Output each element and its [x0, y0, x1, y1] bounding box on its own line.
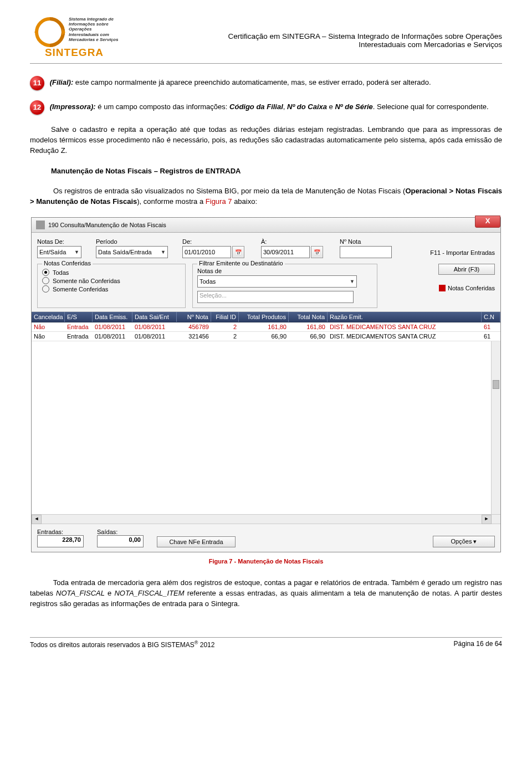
legend-notas-conferidas: Notas Conferidas — [439, 285, 495, 291]
grid-header: Cancelada E/S Data Emiss. Data Sai/Ent N… — [32, 312, 500, 322]
window-icon — [36, 221, 45, 229]
page-header: Sistema Integrado de Informações sobre O… — [30, 17, 502, 64]
col-razao-emit[interactable]: Razão Emit. — [328, 312, 482, 322]
combo-notas-de[interactable]: Ent/Saída▼ — [37, 246, 81, 258]
heading-manutencao: Manutenção de Notas Fiscais – Registros … — [30, 166, 502, 177]
para-final: Toda entrada de mercadoria gera além dos… — [30, 578, 502, 609]
value-entradas: 228,70 — [37, 535, 84, 547]
input-selecao[interactable]: Seleção... — [197, 291, 354, 303]
badge-11-icon: 11 — [30, 76, 44, 90]
input-n-nota[interactable] — [340, 246, 392, 258]
fieldset-notas-conferidas: Notas Conferidas Todas Somente não Confe… — [37, 264, 186, 308]
label-notas-de2: Notas de — [197, 268, 372, 274]
calendar-de-button[interactable]: 📅 — [232, 246, 244, 258]
combo-periodo[interactable]: Data Saída/Entrada▼ — [96, 246, 168, 258]
filter-panel: Notas De: Ent/Saída▼ Período Data Saída/… — [32, 233, 500, 312]
col-cnpj[interactable]: C.N — [482, 312, 500, 322]
col-n-nota[interactable]: Nº Nota — [177, 312, 211, 322]
col-data-emiss[interactable]: Data Emiss. — [93, 312, 132, 322]
footer-right: Página 16 de 64 — [454, 640, 502, 649]
label-saidas: Saídas: — [97, 529, 144, 535]
calendar-a-button[interactable]: 📅 — [311, 246, 323, 258]
para-salve: Salve o cadastro e repita a operação até… — [30, 125, 502, 156]
table-row[interactable]: NãoEntrada01/08/201101/08/2011321456266,… — [32, 332, 500, 341]
label-notas-de: Notas De: — [37, 238, 81, 245]
opcoes-button[interactable]: Opções ▾ — [433, 536, 495, 547]
scroll-left-icon[interactable]: ◄ — [32, 515, 42, 524]
col-data-sai-ent[interactable]: Data Sai/Ent — [132, 312, 177, 322]
chevron-down-icon: ▼ — [72, 249, 79, 255]
col-total-nota[interactable]: Total Nota — [289, 312, 328, 322]
footer-bar: Entradas: 228,70 Saídas: 0,00 Chave NFe … — [32, 524, 500, 552]
para-impressora: 12 (Impressora): é um campo composto das… — [30, 100, 502, 115]
scroll-right-icon[interactable]: ► — [482, 515, 492, 524]
abrir-button[interactable]: Abrir (F3) — [438, 264, 495, 275]
para-registros: Os registros de entrada são visualizados… — [30, 186, 502, 207]
horizontal-scrollbar[interactable]: ◄ ► — [32, 514, 500, 524]
chevron-down-icon: ▼ — [158, 249, 166, 255]
col-cancelada[interactable]: Cancelada — [32, 312, 65, 322]
para-filial: 11 (Filial): este campo normalmente já a… — [30, 76, 502, 90]
figure-caption: Figura 7 - Manutenção de Notas Fiscais — [30, 558, 502, 565]
value-saidas: 0,00 — [97, 535, 144, 547]
window-title: 190 Consulta/Manutenção de Notas Fiscais — [48, 222, 166, 228]
table-row[interactable]: NãoEntrada01/08/201101/08/20114567892161… — [32, 322, 500, 332]
close-button[interactable]: X — [475, 216, 500, 228]
fieldset-filtrar: Filtrar Emitente ou Destinatário Notas d… — [192, 264, 377, 308]
sintegra-logo-icon — [34, 17, 65, 48]
data-grid: Cancelada E/S Data Emiss. Data Sai/Ent N… — [32, 312, 500, 524]
label-entradas: Entradas: — [37, 529, 84, 535]
label-n-nota: Nº Nota — [340, 238, 390, 245]
header-title: Certificação em SINTEGRA – Sistema Integ… — [126, 17, 502, 49]
chevron-down-icon: ▼ — [347, 279, 355, 284]
label-a: À: — [261, 238, 325, 245]
badge-12-icon: 12 — [30, 100, 44, 115]
calendar-icon: 📅 — [235, 249, 242, 255]
logo-subtitle: Sistema Integrado de Informações sobre O… — [69, 17, 119, 42]
titlebar: 190 Consulta/Manutenção de Notas Fiscais… — [32, 218, 500, 233]
vertical-scrollbar[interactable] — [491, 341, 500, 514]
col-es[interactable]: E/S — [65, 312, 93, 322]
radio-nao-conferidas[interactable]: Somente não Conferidas — [42, 277, 181, 284]
red-square-icon — [439, 285, 446, 291]
label-de: De: — [182, 238, 247, 245]
grid-empty-area — [32, 341, 500, 514]
logo-name: SINTEGRA — [30, 47, 119, 59]
radio-conferidas[interactable]: Somente Conferidas — [42, 285, 181, 293]
col-filial-id[interactable]: Filial ID — [211, 312, 239, 322]
col-total-produtos[interactable]: Total Produtos — [239, 312, 289, 322]
page-footer: Todos os direitos autorais reservados à … — [30, 637, 502, 649]
app-window: 190 Consulta/Manutenção de Notas Fiscais… — [31, 217, 501, 552]
chave-nfe-button[interactable]: Chave NFe Entrada — [157, 536, 236, 547]
input-a[interactable] — [261, 246, 310, 258]
input-de[interactable] — [182, 246, 231, 258]
calendar-icon: 📅 — [314, 249, 320, 255]
footer-left: Todos os direitos autorais reservados à … — [30, 640, 214, 649]
label-periodo: Período — [96, 238, 168, 245]
combo-filtro-notas[interactable]: Todas▼ — [197, 275, 357, 288]
logo-block: Sistema Integrado de Informações sobre O… — [30, 17, 119, 59]
label-f11[interactable]: F11 - Importar Entradas — [430, 249, 495, 256]
radio-todas[interactable]: Todas — [42, 269, 181, 276]
